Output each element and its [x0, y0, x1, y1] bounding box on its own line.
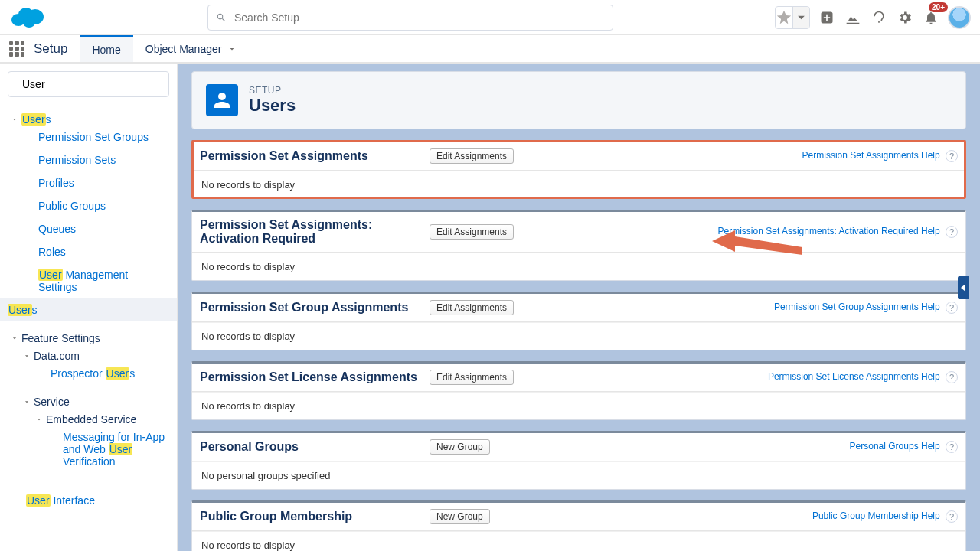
- help-question-icon[interactable]: ?: [946, 371, 958, 383]
- notifications-bell-icon[interactable]: 20+: [922, 8, 940, 27]
- panel-action-button[interactable]: New Group: [430, 439, 490, 455]
- panel-action-button[interactable]: Edit Assignments: [430, 148, 514, 164]
- panel-body: No records to display: [192, 253, 965, 280]
- tree-node[interactable]: Feature Settings: [8, 332, 169, 344]
- panel-title: Permission Set Assignments: [200, 149, 430, 163]
- panel-body: No records to display: [192, 531, 965, 551]
- panel-help-link[interactable]: Public Group Membership Help: [812, 510, 940, 521]
- tree-leaf[interactable]: User Interface: [8, 489, 169, 512]
- help-icon[interactable]: [870, 8, 888, 27]
- tree-leaf[interactable]: Roles: [8, 240, 169, 263]
- svg-point-3: [23, 17, 35, 28]
- caret-down-icon: [793, 9, 809, 25]
- tree-node[interactable]: Users: [8, 113, 169, 126]
- favorites-combo[interactable]: [775, 6, 810, 29]
- panel-help-link[interactable]: Permission Set Group Assignments Help: [774, 302, 940, 312]
- tree-leaf[interactable]: Public Groups: [8, 194, 169, 217]
- related-list-pg: Personal GroupsNew GroupPersonal Groups …: [191, 431, 966, 490]
- help-question-icon[interactable]: ?: [946, 226, 958, 238]
- tree-leaf[interactable]: Messaging for In-App and Web User Verifi…: [8, 425, 169, 473]
- context-bar: Setup Home Object Manager: [0, 35, 980, 64]
- panel-title: Public Group Membership: [200, 510, 430, 523]
- tree-leaf[interactable]: User Management Settings: [8, 263, 169, 298]
- page-title: Users: [249, 96, 296, 116]
- global-search-input[interactable]: [227, 11, 605, 24]
- tree-leaf[interactable]: Prospector Users: [8, 362, 169, 385]
- star-icon: [776, 9, 792, 26]
- setup-gear-icon[interactable]: [896, 8, 914, 27]
- panel-body: No records to display: [192, 171, 965, 198]
- chevron-down-icon: [23, 398, 31, 406]
- panel-body: No personal groups specified: [192, 461, 965, 489]
- salesforce-logo[interactable]: [9, 5, 46, 30]
- panel-action-button[interactable]: Edit Assignments: [430, 370, 514, 385]
- add-icon[interactable]: [818, 8, 836, 27]
- panel-title: Permission Set Assignments: Activation R…: [200, 218, 430, 246]
- main-content: SETUP Users Permission Set AssignmentsEd…: [178, 64, 980, 551]
- chevron-down-icon: [227, 44, 237, 54]
- search-icon: [216, 12, 227, 23]
- chevron-down-icon: [23, 352, 31, 360]
- setup-tree-sidebar: UsersPermission Set GroupsPermission Set…: [0, 64, 178, 551]
- trailhead-icon[interactable]: [844, 8, 862, 27]
- related-list-psga: Permission Set Group AssignmentsEdit Ass…: [191, 292, 966, 350]
- chevron-down-icon: [35, 416, 43, 423]
- panel-help-link[interactable]: Permission Set Assignments: Activation R…: [718, 226, 940, 236]
- panel-body: No records to display: [192, 392, 965, 419]
- panel-help-link[interactable]: Permission Set License Assignments Help: [768, 371, 940, 382]
- panel-body: No records to display: [192, 322, 965, 350]
- help-question-icon[interactable]: ?: [946, 302, 958, 314]
- tree-node[interactable]: Service: [8, 396, 169, 408]
- user-avatar[interactable]: [948, 6, 971, 29]
- related-list-psa: Permission Set AssignmentsEdit Assignmen…: [191, 140, 966, 199]
- chevron-down-icon: [11, 334, 18, 342]
- global-search[interactable]: [207, 5, 613, 31]
- tree-leaf[interactable]: Users: [0, 298, 177, 321]
- notification-badge: 20+: [929, 2, 948, 12]
- related-list-psaar: Permission Set Assignments: Activation R…: [191, 210, 966, 281]
- tree-leaf[interactable]: Profiles: [8, 171, 169, 194]
- panel-action-button[interactable]: New Group: [430, 509, 490, 524]
- tab-object-manager[interactable]: Object Manager: [133, 35, 250, 62]
- related-list-psla: Permission Set License AssignmentsEdit A…: [191, 361, 966, 420]
- tree-leaf[interactable]: Permission Sets: [8, 148, 169, 171]
- users-icon: [206, 84, 238, 116]
- help-question-icon[interactable]: ?: [946, 441, 958, 453]
- related-list-pgm: Public Group MembershipNew GroupPublic G…: [191, 500, 966, 551]
- collapse-handle[interactable]: [958, 276, 969, 299]
- page-eyebrow: SETUP: [249, 85, 296, 96]
- panel-action-button[interactable]: Edit Assignments: [430, 300, 514, 315]
- panel-action-button[interactable]: Edit Assignments: [430, 224, 514, 240]
- page-header: SETUP Users: [191, 71, 966, 129]
- quick-find[interactable]: [8, 71, 169, 97]
- help-question-icon[interactable]: ?: [946, 150, 958, 162]
- setup-tree: UsersPermission Set GroupsPermission Set…: [8, 108, 169, 512]
- context-app-name: Setup: [34, 35, 80, 62]
- tree-leaf[interactable]: Permission Set Groups: [8, 126, 169, 148]
- global-header: 20+: [0, 0, 980, 35]
- panel-title: Permission Set Group Assignments: [200, 301, 430, 315]
- tree-node[interactable]: Embedded Service: [8, 413, 169, 425]
- tab-home[interactable]: Home: [80, 35, 132, 62]
- help-question-icon[interactable]: ?: [946, 510, 958, 523]
- quick-find-input[interactable]: [16, 78, 162, 90]
- tree-node[interactable]: Data.com: [8, 350, 169, 362]
- tree-leaf[interactable]: Queues: [8, 217, 169, 240]
- panel-help-link[interactable]: Personal Groups Help: [850, 441, 940, 452]
- chevron-down-icon: [11, 116, 18, 123]
- panel-title: Permission Set License Assignments: [200, 370, 430, 384]
- panel-help-link[interactable]: Permission Set Assignments Help: [802, 150, 940, 161]
- app-launcher-icon[interactable]: [0, 35, 34, 62]
- panel-title: Personal Groups: [200, 440, 430, 454]
